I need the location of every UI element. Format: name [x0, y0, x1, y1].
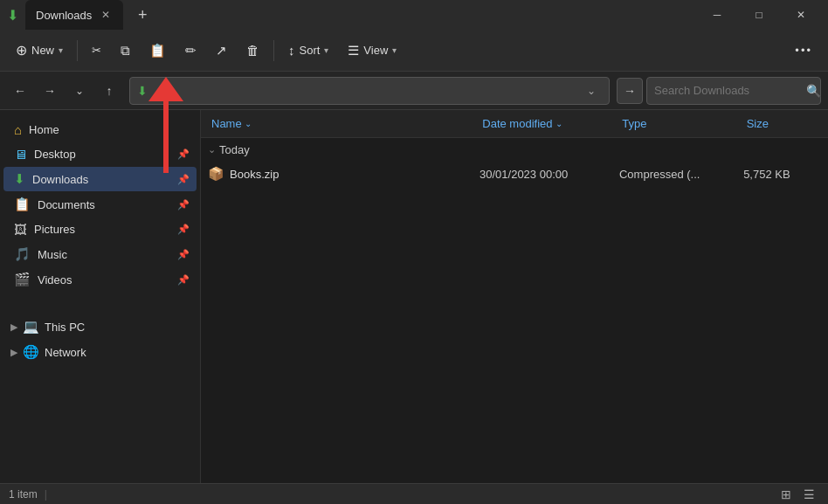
sidebar-music-label: Music: [38, 248, 170, 261]
downloads-icon: ⬇: [14, 171, 25, 187]
address-dropdown-button[interactable]: ⌄: [581, 80, 602, 101]
status-separator: |: [45, 488, 47, 501]
sidebar-thispc-label: This PC: [45, 321, 85, 334]
tab-close-button[interactable]: ✕: [99, 8, 113, 22]
recent-button[interactable]: ⌄: [66, 78, 93, 104]
new-tab-button[interactable]: +: [130, 3, 155, 27]
sidebar-item-home[interactable]: ⌂ Home: [3, 118, 197, 142]
more-button[interactable]: •••: [786, 35, 821, 66]
column-headers: Name ⌄ Date modified ⌄ Type Size: [201, 110, 828, 138]
delete-button[interactable]: 🗑: [238, 35, 268, 66]
today-chevron: ⌄: [208, 144, 216, 155]
grid-view-button[interactable]: ⊞: [776, 486, 797, 503]
view-icon: ☰: [348, 43, 359, 59]
group-header-today[interactable]: ⌄ Today: [201, 138, 828, 162]
new-label: New: [31, 44, 54, 57]
thispc-expand-icon: ▶: [10, 321, 17, 333]
col-name-sort-icon: ⌄: [245, 119, 252, 128]
col-name-label: Name: [211, 117, 242, 130]
network-expand-icon: ▶: [10, 347, 17, 358]
file-size-cell: 5,752 KB: [743, 168, 821, 181]
status-bar-right: ⊞ ☰: [776, 486, 819, 503]
forward-button[interactable]: →: [37, 78, 63, 104]
search-box[interactable]: 🔍: [646, 77, 821, 105]
videos-icon: 🎬: [14, 272, 31, 287]
desktop-icon: 🖥: [14, 147, 27, 162]
new-icon: ⊕: [16, 42, 27, 59]
music-icon: 🎵: [14, 246, 31, 262]
cut-icon: ✂: [92, 44, 101, 57]
minimize-button[interactable]: ─: [697, 1, 737, 29]
sort-button[interactable]: ↕ Sort ▾: [279, 35, 337, 66]
file-name-text: Books.zip: [230, 168, 279, 181]
path-icon: ⬇: [137, 84, 148, 98]
col-header-size[interactable]: Size: [743, 117, 821, 130]
col-header-name[interactable]: Name ⌄: [208, 117, 479, 130]
col-type-label: Type: [622, 117, 646, 130]
paste-button[interactable]: 📋: [141, 35, 175, 66]
pin-icon-videos: 📌: [177, 274, 190, 286]
sidebar-group-network[interactable]: ▶ 🌐 Network: [3, 340, 197, 364]
sidebar-item-downloads[interactable]: ⬇ Downloads 📌: [3, 167, 197, 191]
file-date-cell: 30/01/2023 00:00: [480, 168, 619, 181]
sidebar-item-music[interactable]: 🎵 Music 📌: [3, 242, 197, 266]
today-label: Today: [219, 143, 250, 156]
sidebar: ⌂ Home 🖥 Desktop 📌 ⬇ Downloads 📌 📋 Docum…: [0, 110, 201, 483]
address-input-wrap[interactable]: ⬇ ⌄: [129, 77, 610, 105]
col-header-type[interactable]: Type: [618, 117, 742, 130]
pictures-icon: 🖼: [14, 222, 27, 237]
view-label: View: [363, 44, 388, 57]
address-bar: ← → ⌄ ↑ ⬇ ⌄ → 🔍: [0, 72, 828, 110]
list-view-button[interactable]: ☰: [798, 486, 819, 503]
pin-icon-documents: 📌: [177, 199, 190, 211]
delete-icon: 🗑: [246, 43, 259, 58]
share-button[interactable]: ↗: [207, 35, 236, 66]
file-area: Name ⌄ Date modified ⌄ Type Size ⌄ Today: [201, 110, 828, 483]
back-button[interactable]: ←: [7, 78, 33, 104]
address-input[interactable]: [153, 84, 576, 97]
view-button[interactable]: ☰ View ▾: [339, 35, 405, 66]
title-bar: ⬇ Downloads ✕ + ─ □ ✕: [0, 0, 828, 30]
search-input[interactable]: [654, 84, 801, 97]
view-dropdown-icon: ▾: [392, 45, 397, 55]
close-button[interactable]: ✕: [781, 1, 821, 29]
rename-icon: ✏: [185, 43, 197, 59]
sort-label: Sort: [300, 44, 321, 57]
file-icon: 📦: [208, 166, 224, 182]
go-button[interactable]: →: [617, 78, 643, 104]
sidebar-item-desktop[interactable]: 🖥 Desktop 📌: [3, 142, 197, 166]
maximize-button[interactable]: □: [739, 1, 779, 29]
search-icon: 🔍: [806, 84, 821, 98]
col-header-date[interactable]: Date modified ⌄: [479, 117, 618, 130]
tab-downloads[interactable]: Downloads ✕: [25, 0, 123, 30]
copy-icon: ⧉: [121, 43, 130, 59]
paste-icon: 📋: [149, 43, 166, 59]
file-name-cell: 📦 Books.zip: [208, 166, 480, 182]
new-dropdown-icon: ▾: [59, 45, 63, 55]
sidebar-desktop-label: Desktop: [34, 148, 170, 161]
sidebar-item-pictures[interactable]: 🖼 Pictures 📌: [3, 217, 197, 241]
sidebar-pictures-label: Pictures: [34, 223, 170, 236]
new-button[interactable]: ⊕ New ▾: [7, 35, 72, 66]
pin-icon-pictures: 📌: [177, 224, 190, 235]
thispc-icon: 💻: [23, 319, 39, 335]
col-date-label: Date modified: [482, 117, 552, 130]
sidebar-videos-label: Videos: [38, 273, 170, 287]
item-count: 1 item: [9, 488, 38, 501]
sort-icon: ↕: [288, 43, 295, 58]
rename-button[interactable]: ✏: [176, 35, 205, 66]
up-button[interactable]: ↑: [96, 78, 122, 104]
cut-button[interactable]: ✂: [83, 35, 110, 66]
sidebar-item-documents[interactable]: 📋 Documents 📌: [3, 192, 197, 217]
sidebar-item-videos[interactable]: 🎬 Videos 📌: [3, 267, 197, 292]
tab-label: Downloads: [36, 9, 92, 22]
network-icon: 🌐: [23, 344, 39, 360]
toolbar-separator-2: [273, 40, 274, 61]
table-row[interactable]: 📦 Books.zip 30/01/2023 00:00 Compressed …: [201, 162, 828, 186]
sidebar-documents-label: Documents: [38, 198, 170, 211]
sidebar-group-thispc[interactable]: ▶ 💻 This PC: [3, 314, 197, 339]
sort-dropdown-icon: ▾: [324, 45, 328, 55]
toolbar: ⊕ New ▾ ✂ ⧉ 📋 ✏ ↗ 🗑 ↕ Sort ▾ ☰ View ▾ ••…: [0, 30, 828, 72]
pin-icon-downloads: 📌: [177, 174, 190, 185]
copy-button[interactable]: ⧉: [112, 35, 139, 66]
